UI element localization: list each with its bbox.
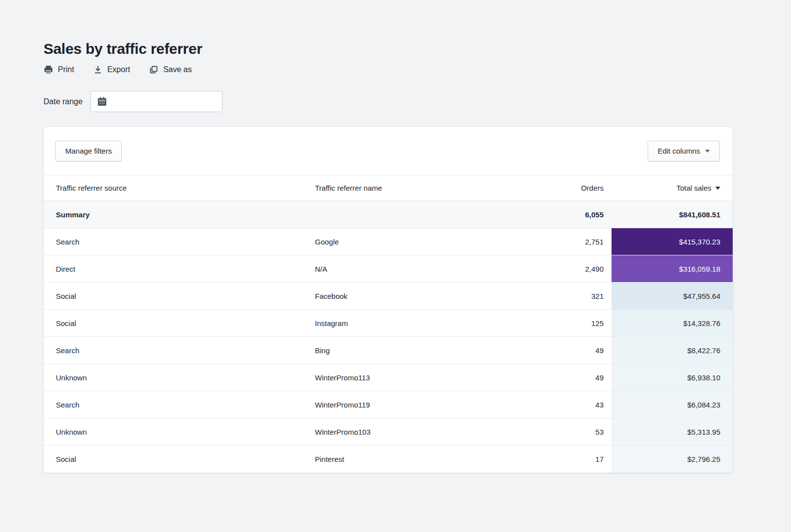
table-row: Unknown WinterPromo113 49 $6,938.10 bbox=[44, 364, 733, 391]
table-toolbar: Manage filters Edit columns bbox=[44, 127, 733, 175]
report-page: Sales by traffic referrer Print Export bbox=[44, 0, 733, 473]
cell-orders: 43 bbox=[528, 401, 612, 409]
cell-source: Social bbox=[44, 319, 315, 327]
cell-total-sales: $6,938.10 bbox=[612, 364, 733, 391]
report-card: Manage filters Edit columns Traffic refe… bbox=[44, 127, 733, 473]
summary-total-sales: $841,608.51 bbox=[612, 201, 733, 228]
manage-filters-label: Manage filters bbox=[65, 147, 112, 155]
cell-name: WinterPromo119 bbox=[315, 401, 528, 409]
edit-columns-button[interactable]: Edit columns bbox=[648, 141, 720, 162]
cell-orders: 49 bbox=[528, 346, 612, 355]
date-range-label: Date range bbox=[44, 97, 83, 106]
report-actions: Print Export Save as bbox=[44, 65, 733, 75]
cell-total-sales: $5,313.95 bbox=[612, 418, 733, 445]
cell-name: WinterPromo103 bbox=[315, 428, 528, 436]
cell-total-sales: $6,084.23 bbox=[612, 391, 733, 418]
cell-source: Unknown bbox=[44, 428, 315, 436]
summary-label: Summary bbox=[44, 210, 315, 219]
save-as-icon bbox=[149, 65, 159, 75]
table-row: Search Bing 49 $8,422.76 bbox=[44, 337, 733, 364]
sort-desc-icon bbox=[715, 187, 720, 190]
summary-row: Summary 6,055 $841,608.51 bbox=[44, 201, 733, 228]
column-header-orders[interactable]: Orders bbox=[528, 184, 612, 192]
cell-name: WinterPromo113 bbox=[315, 373, 528, 382]
save-as-label: Save as bbox=[163, 65, 192, 74]
table-body: Search Google 2,751 $415,370.23 Direct N… bbox=[44, 228, 733, 473]
cell-total-sales: $2,796.25 bbox=[612, 446, 733, 473]
export-button[interactable]: Export bbox=[93, 65, 130, 75]
cell-total-sales: $47,955.64 bbox=[612, 283, 733, 309]
cell-source: Direct bbox=[44, 265, 315, 273]
cell-orders: 125 bbox=[528, 319, 612, 327]
table-header-row: Traffic referrer source Traffic referrer… bbox=[44, 175, 733, 201]
cell-orders: 17 bbox=[528, 455, 612, 463]
cell-source: Social bbox=[44, 455, 315, 463]
cell-orders: 2,490 bbox=[528, 265, 612, 273]
date-range-row: Date range bbox=[44, 91, 733, 112]
save-as-button[interactable]: Save as bbox=[149, 65, 192, 75]
total-sales-header-label: Total sales bbox=[676, 184, 711, 192]
cell-total-sales: $8,422.76 bbox=[612, 337, 733, 364]
cell-orders: 2,751 bbox=[528, 238, 612, 246]
cell-source: Search bbox=[44, 238, 315, 246]
column-header-total-sales[interactable]: Total sales bbox=[612, 175, 733, 201]
edit-columns-label: Edit columns bbox=[658, 147, 700, 155]
cell-total-sales: $316,059.18 bbox=[612, 255, 733, 282]
cell-total-sales: $415,370.23 bbox=[612, 228, 733, 255]
cell-source: Search bbox=[44, 346, 315, 355]
print-label: Print bbox=[58, 65, 74, 74]
cell-source: Unknown bbox=[44, 373, 315, 382]
cell-name: Instagram bbox=[315, 319, 528, 327]
cell-source: Search bbox=[44, 401, 315, 409]
calendar-icon bbox=[97, 96, 107, 107]
cell-name: Facebook bbox=[315, 292, 528, 300]
cell-name: Bing bbox=[315, 346, 528, 355]
page-title: Sales by traffic referrer bbox=[44, 0, 733, 57]
manage-filters-button[interactable]: Manage filters bbox=[55, 141, 122, 162]
chevron-down-icon bbox=[705, 150, 710, 153]
table-row: Social Pinterest 17 $2,796.25 bbox=[44, 446, 733, 473]
cell-orders: 53 bbox=[528, 428, 612, 436]
column-header-source[interactable]: Traffic referrer source bbox=[44, 184, 315, 192]
cell-name: N/A bbox=[315, 265, 528, 273]
date-range-input[interactable] bbox=[90, 91, 222, 112]
cell-orders: 49 bbox=[528, 373, 612, 382]
cell-orders: 321 bbox=[528, 292, 612, 300]
table-row: Direct N/A 2,490 $316,059.18 bbox=[44, 255, 733, 283]
table-row: Search WinterPromo119 43 $6,084.23 bbox=[44, 391, 733, 418]
table-row: Unknown WinterPromo103 53 $5,313.95 bbox=[44, 418, 733, 446]
download-icon bbox=[93, 65, 103, 75]
printer-icon bbox=[44, 65, 53, 75]
table-row: Social Facebook 321 $47,955.64 bbox=[44, 283, 733, 310]
summary-orders: 6,055 bbox=[528, 210, 612, 219]
cell-source: Social bbox=[44, 292, 315, 300]
table-row: Social Instagram 125 $14,328.76 bbox=[44, 310, 733, 337]
cell-name: Google bbox=[315, 238, 528, 246]
column-header-name[interactable]: Traffic referrer name bbox=[315, 184, 528, 192]
cell-name: Pinterest bbox=[315, 455, 528, 463]
table-row: Search Google 2,751 $415,370.23 bbox=[44, 228, 733, 255]
export-label: Export bbox=[107, 65, 130, 74]
print-button[interactable]: Print bbox=[44, 65, 74, 75]
cell-total-sales: $14,328.76 bbox=[612, 310, 733, 336]
